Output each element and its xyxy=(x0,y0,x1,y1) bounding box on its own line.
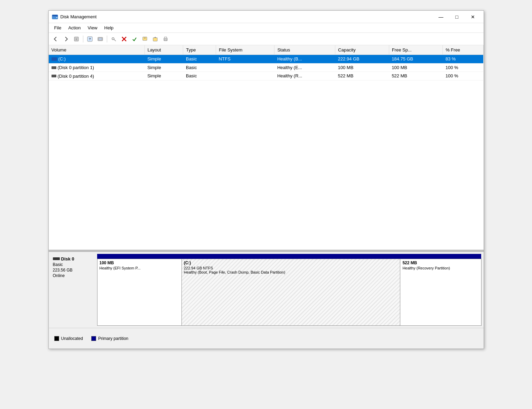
cell-type: Basic xyxy=(183,72,216,80)
toolbar: i ? xyxy=(49,33,484,45)
partition-cell[interactable]: 100 MBHealthy (EFI System P... xyxy=(97,259,182,325)
check-button[interactable] xyxy=(130,34,139,44)
cell-filesystem xyxy=(216,72,274,80)
key-button[interactable] xyxy=(109,34,119,44)
primary-color-box xyxy=(91,336,96,341)
col-status[interactable]: Status xyxy=(274,45,335,55)
partition-cell[interactable]: 522 MBHealthy (Recovery Partition) xyxy=(400,259,481,325)
table-row[interactable]: (C:)SimpleBasicNTFSHealthy (B...222.94 G… xyxy=(49,55,484,64)
partition-name: (C:) xyxy=(184,260,398,265)
menu-bar: File Action View Help xyxy=(49,23,484,33)
cell-status: Healthy (E... xyxy=(274,63,335,72)
svg-rect-1 xyxy=(52,15,58,16)
col-freespace[interactable]: Free Sp... xyxy=(389,45,443,55)
cell-filesystem xyxy=(216,63,274,72)
import-button[interactable] xyxy=(140,34,150,44)
col-type[interactable]: Type xyxy=(183,45,216,55)
cell-type: Basic xyxy=(183,55,216,64)
cell-percentfree: 100 % xyxy=(443,63,483,72)
cell-status: Healthy (R... xyxy=(274,72,335,80)
window-title: Disk Management xyxy=(60,14,433,19)
svg-point-9 xyxy=(112,38,114,40)
partition-header xyxy=(181,254,401,259)
cell-freespace: 184.75 GB xyxy=(389,55,443,64)
window-controls: — □ ✕ xyxy=(433,11,481,23)
table-row[interactable]: (Disk 0 partition 1)SimpleBasicHealthy (… xyxy=(49,63,484,72)
forward-button[interactable] xyxy=(61,34,71,44)
partition-status: Healthy (Recovery Partition) xyxy=(402,266,479,270)
menu-action[interactable]: Action xyxy=(65,24,84,32)
svg-rect-18 xyxy=(165,37,167,38)
maximize-button[interactable]: □ xyxy=(449,11,465,23)
cell-freespace: 100 MB xyxy=(389,63,443,72)
legend-primary: Primary partition xyxy=(91,336,128,341)
volume-table: Volume Layout Type File System Status Ca… xyxy=(49,45,484,80)
col-volume[interactable]: Volume xyxy=(49,45,145,55)
cell-percentfree: 100 % xyxy=(443,72,483,80)
disk-view: Disk 0 Basic 223.56 GB Online100 MBHealt… xyxy=(49,252,484,328)
cell-volume: (Disk 0 partition 1) xyxy=(49,63,145,72)
cell-volume: (C:) xyxy=(49,55,145,64)
col-filesystem[interactable]: File System xyxy=(216,45,274,55)
rescan-button[interactable] xyxy=(95,34,105,44)
unallocated-color-box xyxy=(54,336,59,341)
cell-percentfree: 83 % xyxy=(443,55,483,64)
disk-size: 223.56 GB xyxy=(53,268,94,273)
cell-layout: Simple xyxy=(144,63,183,72)
partition-size: 222.94 GB NTFS xyxy=(184,266,398,270)
col-percentfree[interactable]: % Free xyxy=(443,45,483,55)
svg-text:?: ? xyxy=(89,37,91,41)
menu-file[interactable]: File xyxy=(51,24,65,32)
app-icon xyxy=(52,13,58,20)
legend-area: Unallocated Primary partition xyxy=(49,328,484,349)
cell-status: Healthy (B... xyxy=(274,55,335,64)
back-button[interactable] xyxy=(51,34,60,44)
partition-name: 522 MB xyxy=(402,260,479,265)
unallocated-label: Unallocated xyxy=(61,336,83,341)
svg-line-10 xyxy=(114,39,116,41)
cell-capacity: 522 MB xyxy=(335,72,389,80)
menu-view[interactable]: View xyxy=(84,24,101,32)
volume-table-area: Volume Layout Type File System Status Ca… xyxy=(49,45,484,250)
cell-volume: (Disk 0 partition 4) xyxy=(49,72,145,80)
cell-filesystem: NTFS xyxy=(216,55,274,64)
separator-1 xyxy=(83,36,83,42)
partition-header-row xyxy=(97,254,482,259)
svg-rect-2 xyxy=(56,17,57,18)
disk-partitions: 100 MBHealthy (EFI System P...(C:)222.94… xyxy=(97,254,482,326)
export-button[interactable] xyxy=(150,34,160,44)
disk-label: Disk 0 Basic 223.56 GB Online xyxy=(51,254,96,326)
disk-status: Online xyxy=(53,273,94,278)
partition-status: Healthy (Boot, Page File, Crash Dump, Ba… xyxy=(184,270,398,274)
col-layout[interactable]: Layout xyxy=(144,45,183,55)
menu-help[interactable]: Help xyxy=(101,24,117,32)
primary-label: Primary partition xyxy=(98,336,128,341)
print-button[interactable] xyxy=(161,34,170,44)
disk-type: Basic xyxy=(53,262,94,267)
partition-body-row: 100 MBHealthy (EFI System P...(C:)222.94… xyxy=(97,259,482,326)
help-button[interactable]: ? xyxy=(85,34,95,44)
delete-button[interactable] xyxy=(119,34,129,44)
properties-button[interactable]: i xyxy=(72,34,81,44)
svg-text:i: i xyxy=(76,38,77,41)
partition-cell[interactable]: (C:)222.94 GB NTFSHealthy (Boot, Page Fi… xyxy=(182,259,401,325)
title-bar: Disk Management — □ ✕ xyxy=(49,11,484,23)
svg-marker-16 xyxy=(154,37,156,38)
legend-unallocated: Unallocated xyxy=(54,336,83,341)
disk-name: Disk 0 xyxy=(53,256,94,261)
table-row[interactable]: (Disk 0 partition 4)SimpleBasicHealthy (… xyxy=(49,72,484,80)
partition-header xyxy=(97,254,182,259)
minimize-button[interactable]: — xyxy=(433,11,449,23)
separator-2 xyxy=(107,36,107,42)
partition-status: Healthy (EFI System P... xyxy=(100,266,179,270)
disk-management-window: Disk Management — □ ✕ File Action View H… xyxy=(48,10,484,349)
partition-header xyxy=(401,254,482,259)
close-button[interactable]: ✕ xyxy=(465,11,481,23)
disk-row-0: Disk 0 Basic 223.56 GB Online100 MBHealt… xyxy=(49,252,484,328)
cell-capacity: 222.94 GB xyxy=(335,55,389,64)
cell-freespace: 522 MB xyxy=(389,72,443,80)
col-capacity[interactable]: Capacity xyxy=(335,45,389,55)
cell-layout: Simple xyxy=(144,55,183,64)
svg-rect-19 xyxy=(165,39,167,40)
partition-name: 100 MB xyxy=(100,260,179,265)
